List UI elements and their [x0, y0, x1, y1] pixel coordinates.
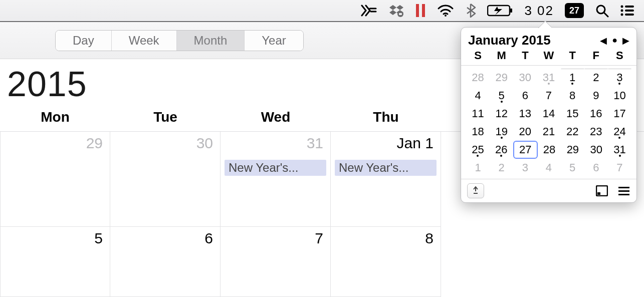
svg-point-9	[621, 6, 623, 8]
popover-day[interactable]: 15	[561, 105, 584, 123]
bluetooth-icon[interactable]	[465, 0, 476, 21]
popover-day[interactable]: 16	[584, 105, 608, 123]
open-calendar-button[interactable]	[595, 185, 608, 196]
popover-day[interactable]: 9	[584, 87, 608, 105]
day-number: 5	[94, 230, 103, 247]
popover-day[interactable]: 22	[561, 123, 584, 141]
popover-day[interactable]: 28	[538, 141, 561, 159]
popover-day[interactable]: 31	[608, 141, 631, 159]
prev-month-button[interactable]: ◀	[600, 35, 607, 46]
day-cell[interactable]: 30	[110, 132, 221, 227]
weekday-label: Tue	[110, 108, 221, 131]
popover-day[interactable]: 6	[513, 87, 537, 105]
popover-day[interactable]: 12	[490, 105, 513, 123]
popover-day[interactable]: 7	[608, 159, 631, 177]
popover-day[interactable]: 30	[513, 69, 537, 87]
popover-day[interactable]: 1	[561, 69, 584, 87]
popover-week-row: 11121314151617	[466, 105, 631, 123]
battery-icon[interactable]	[487, 0, 513, 21]
popover-arrow	[538, 21, 551, 28]
day-cell[interactable]: 8	[331, 227, 441, 297]
haskell-icon[interactable]	[361, 0, 378, 21]
popover-day[interactable]: 13	[513, 105, 537, 123]
menubar-clock[interactable]: 3 02	[524, 3, 554, 19]
popover-dow-label: T	[513, 49, 537, 62]
popover-day[interactable]: 28	[466, 69, 490, 87]
menubar-calendar-popover: January 2015 ◀ ● ▶ SMTWTFS 2829303112345…	[461, 27, 637, 203]
view-day[interactable]: Day	[56, 31, 112, 51]
spotlight-icon[interactable]	[595, 0, 609, 21]
popover-day[interactable]: 18	[466, 123, 490, 141]
popover-day[interactable]: 14	[537, 105, 560, 123]
next-month-button[interactable]: ▶	[622, 35, 629, 46]
day-cell[interactable]: Jan 1 New Year's...	[331, 132, 441, 227]
popover-day[interactable]: 26	[490, 141, 513, 159]
popover-grid: 2829303112345678910111213141516171819202…	[461, 66, 636, 179]
popover-day[interactable]: 7	[537, 87, 560, 105]
menubar: 3 02 27	[0, 0, 644, 22]
popover-day[interactable]: 10	[608, 87, 631, 105]
popover-day[interactable]: 25	[466, 141, 490, 159]
popover-week-row: 18192021222324	[466, 123, 631, 141]
menubar-date-badge[interactable]: 27	[565, 3, 584, 18]
day-cell[interactable]: 6	[110, 227, 221, 297]
popover-day[interactable]: 30	[584, 141, 608, 159]
popover-day[interactable]: 31	[537, 69, 560, 87]
popover-day[interactable]: 29	[561, 141, 584, 159]
popover-day[interactable]: 2	[584, 69, 608, 87]
view-switcher: Day Week Month Year	[55, 30, 304, 51]
popover-day[interactable]: 6	[584, 159, 608, 177]
popover-day[interactable]: 20	[513, 123, 537, 141]
popover-day[interactable]: 29	[490, 69, 513, 87]
menu-button[interactable]	[617, 185, 630, 196]
day-cell[interactable]: 31 New Year's...	[221, 132, 331, 227]
popover-day[interactable]: 4	[466, 87, 490, 105]
popover-day[interactable]: 23	[584, 123, 608, 141]
popover-day[interactable]: 3	[608, 69, 631, 87]
popover-day[interactable]: 24	[608, 123, 631, 141]
popover-title: January 2015	[468, 33, 551, 48]
weekday-label: Mon	[0, 108, 110, 131]
pin-button[interactable]	[467, 183, 484, 198]
svg-point-4	[445, 15, 447, 17]
dropbox-icon[interactable]	[389, 0, 404, 21]
day-number: 31	[307, 135, 323, 152]
day-cell[interactable]: 7	[221, 227, 331, 297]
weekday-label: Thu	[331, 108, 441, 131]
popover-week-row: 25262728293031	[466, 141, 631, 159]
popover-day[interactable]: 11	[466, 105, 490, 123]
popover-day[interactable]: 5	[490, 87, 513, 105]
calendar-event[interactable]: New Year's...	[225, 160, 326, 176]
svg-rect-14	[625, 14, 634, 16]
popover-day[interactable]: 2	[490, 159, 513, 177]
popover-day[interactable]: 1	[466, 159, 490, 177]
weekday-label: Wed	[221, 108, 331, 131]
popover-day[interactable]: 5	[561, 159, 584, 177]
popover-dow-label: S	[466, 49, 490, 62]
pause-icon[interactable]	[415, 0, 426, 21]
popover-day[interactable]: 19	[490, 123, 513, 141]
svg-rect-1	[399, 13, 402, 15]
popover-week-row: 28293031123	[466, 69, 631, 87]
popover-day[interactable]: 4	[537, 159, 560, 177]
calendar-event[interactable]: New Year's...	[335, 160, 437, 176]
popover-day[interactable]: 27	[513, 141, 538, 159]
view-week[interactable]: Week	[112, 31, 177, 51]
notification-center-icon[interactable]	[620, 0, 635, 21]
popover-day[interactable]: 3	[513, 159, 537, 177]
svg-rect-2	[416, 4, 419, 17]
svg-point-11	[621, 10, 623, 12]
today-button[interactable]: ●	[612, 35, 617, 46]
popover-dow-label: T	[561, 49, 584, 62]
view-year[interactable]: Year	[245, 31, 303, 51]
day-cell[interactable]: 29	[0, 132, 110, 227]
svg-rect-19	[618, 194, 629, 195]
view-month[interactable]: Month	[177, 31, 245, 51]
svg-line-8	[604, 13, 608, 17]
popover-day[interactable]: 8	[561, 87, 584, 105]
day-cell[interactable]: 5	[0, 227, 110, 297]
wifi-icon[interactable]	[437, 0, 454, 21]
popover-day[interactable]: 21	[537, 123, 560, 141]
day-number: 8	[425, 230, 434, 247]
popover-day[interactable]: 17	[608, 105, 631, 123]
